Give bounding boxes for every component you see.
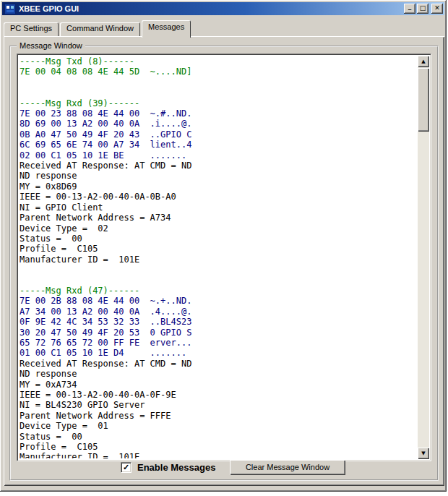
footer-controls: ✓ Enable Messages Clear Message Window bbox=[11, 459, 437, 476]
enable-messages-label: Enable Messages bbox=[137, 462, 215, 473]
console-line: NI = BL4S230 GPIO Server bbox=[20, 400, 415, 410]
console-line: A7 34 00 13 A2 00 40 0A .4....@. bbox=[20, 307, 415, 317]
app-window: XBEE GPIO GUI _ □ ✕ PC SettingsCommand W… bbox=[0, 0, 447, 492]
tab-strip: PC SettingsCommand WindowMessages bbox=[4, 22, 192, 36]
console-line: 02 00 C1 05 10 1E BE ....... bbox=[20, 150, 415, 161]
console-line: 0F 9E 42 4C 34 53 32 33 ..BL4S23 bbox=[20, 317, 415, 327]
console-line bbox=[20, 87, 415, 98]
console-line: MY = 0xA734 bbox=[20, 380, 415, 390]
console-line: -----Msg Txd (8)------ bbox=[20, 56, 415, 67]
app-icon bbox=[4, 4, 16, 14]
enable-messages-checkbox[interactable]: ✓ bbox=[121, 462, 132, 473]
scroll-down-icon: ▼ bbox=[421, 450, 425, 456]
console-line: Parent Network Address = A734 bbox=[20, 213, 415, 223]
close-icon: ✕ bbox=[434, 4, 440, 12]
console-line: 0B A0 47 50 49 4F 20 43 ..GPIO C bbox=[20, 129, 415, 140]
minimize-icon: _ bbox=[408, 2, 412, 11]
console-line: Device Type = 01 bbox=[20, 421, 415, 431]
console-line bbox=[20, 275, 415, 286]
clear-message-window-button[interactable]: Clear Message Window bbox=[230, 460, 345, 475]
console-line: -----Msg Rxd (39)------ bbox=[20, 98, 415, 108]
console-line: Manufacturer ID = 101E bbox=[20, 452, 415, 458]
console-line: 7E 00 04 08 08 4E 44 5D ~....ND] bbox=[20, 67, 415, 77]
title-bar[interactable]: XBEE GPIO GUI _ □ ✕ bbox=[2, 2, 444, 15]
console-line: 8D 69 00 13 A2 00 40 0A .i....@. bbox=[20, 119, 415, 129]
enable-messages-group[interactable]: ✓ Enable Messages bbox=[121, 462, 215, 473]
console-line bbox=[20, 77, 415, 87]
close-button[interactable]: ✕ bbox=[431, 4, 443, 14]
tab-pc-settings[interactable]: PC Settings bbox=[4, 22, 59, 36]
tab-command-window[interactable]: Command Window bbox=[60, 22, 140, 36]
console-line: 65 72 76 65 72 00 FF FE erver... bbox=[20, 338, 415, 348]
console-line: Parent Network Address = FFFE bbox=[20, 411, 415, 421]
message-console[interactable]: -----Msg Txd (8)------7E 00 04 08 08 4E … bbox=[17, 54, 431, 461]
maximize-icon: □ bbox=[420, 4, 426, 12]
console-line: Manufacturer ID = 101E bbox=[20, 255, 415, 265]
console-line: 7E 00 23 88 08 4E 44 00 ~.#..ND. bbox=[20, 108, 415, 119]
console-line: IEEE = 00-13-A2-00-40-0A-0F-9E bbox=[20, 390, 415, 400]
groupbox-label: Message Window bbox=[17, 41, 85, 50]
vertical-scrollbar[interactable]: ▲ ▼ bbox=[418, 56, 429, 459]
console-line: NI = GPIO Client bbox=[20, 202, 415, 213]
console-line: ND response bbox=[20, 369, 415, 379]
console-line: Status = 00 bbox=[20, 432, 415, 442]
console-line: Device Type = 02 bbox=[20, 223, 415, 234]
console-line: Status = 00 bbox=[20, 234, 415, 244]
scroll-up-icon: ▲ bbox=[421, 59, 425, 64]
console-line: Profile = C105 bbox=[20, 244, 415, 254]
tab-messages[interactable]: Messages bbox=[142, 20, 191, 38]
console-line: 01 00 C1 05 10 1E D4 ....... bbox=[20, 348, 415, 358]
window-title: XBEE GPIO GUI bbox=[19, 4, 402, 13]
console-line: Received AT Response: AT CMD = ND bbox=[20, 161, 415, 171]
console-line: 30 20 47 50 49 4F 20 53 0 GPIO S bbox=[20, 328, 415, 338]
console-line: IEEE = 00-13-A2-00-40-0A-0B-A0 bbox=[20, 192, 415, 202]
minimize-button[interactable]: _ bbox=[404, 4, 415, 14]
console-line: ND response bbox=[20, 171, 415, 181]
message-window-groupbox: Message Window -----Msg Txd (8)------7E … bbox=[9, 46, 439, 481]
scrollbar-thumb[interactable] bbox=[418, 68, 429, 132]
console-text: -----Msg Txd (8)------7E 00 04 08 08 4E … bbox=[20, 56, 415, 458]
console-line: Profile = C105 bbox=[20, 442, 415, 452]
scroll-up-button[interactable]: ▲ bbox=[418, 56, 429, 67]
console-line: 6C 69 65 6E 74 00 A7 34 lient..4 bbox=[20, 140, 415, 150]
console-line bbox=[20, 265, 415, 275]
console-line: -----Msg Rxd (47)------ bbox=[20, 286, 415, 296]
maximize-button[interactable]: □ bbox=[417, 4, 428, 14]
scroll-down-button[interactable]: ▼ bbox=[418, 448, 429, 459]
console-line: MY = 0x8D69 bbox=[20, 181, 415, 192]
console-line: Received AT Response: AT CMD = ND bbox=[20, 359, 415, 369]
tab-content-panel: Message Window -----Msg Txd (8)------7E … bbox=[4, 36, 444, 486]
console-line: 7E 00 2B 88 08 4E 44 00 ~.+..ND. bbox=[20, 296, 415, 306]
